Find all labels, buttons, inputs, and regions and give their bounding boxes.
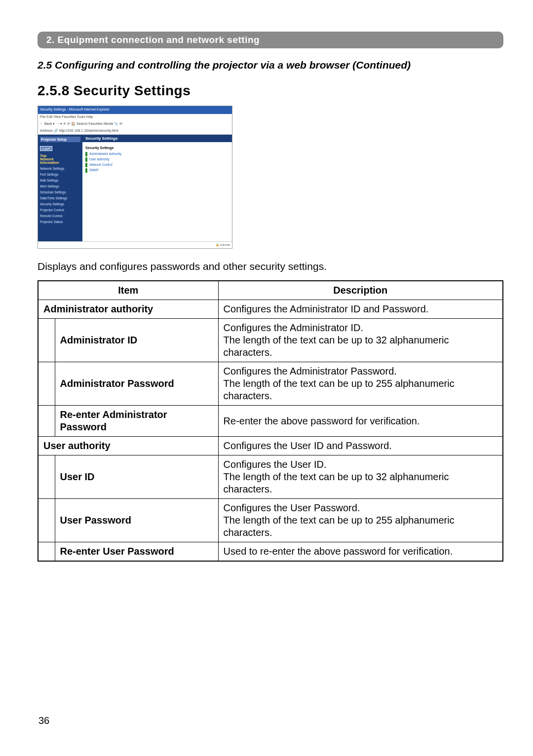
cell-item: Administrator ID bbox=[55, 319, 218, 362]
table-row: User ID Configures the User ID.The lengt… bbox=[38, 455, 503, 499]
table-row: Re-enter Administrator Password Re-enter… bbox=[38, 406, 503, 437]
shot-sec-title: Security Settings bbox=[82, 142, 232, 151]
table-row: User Password Configures the User Passwo… bbox=[38, 499, 503, 542]
indent-cell bbox=[38, 455, 55, 499]
settings-table: Item Description Administrator authority… bbox=[38, 280, 503, 562]
intro-text: Displays and configures passwords and ot… bbox=[38, 261, 503, 272]
chapter-banner: 2. Equipment connection and network sett… bbox=[38, 32, 503, 48]
shot-row: Administrator authority bbox=[89, 152, 121, 156]
shot-nav-item: Port Settings bbox=[40, 173, 80, 176]
shot-information: Information bbox=[40, 161, 80, 164]
shot-nav-item: Date/Time Settings bbox=[40, 196, 80, 200]
cell-item: User Password bbox=[55, 499, 218, 542]
shot-main-header: Security Settings bbox=[82, 135, 232, 142]
shot-logoff: Logoff bbox=[40, 146, 52, 151]
shot-sidebar: Projector Setup Logoff Top: Network Info… bbox=[38, 135, 82, 241]
cell-desc: Configures the Administrator ID.The leng… bbox=[218, 319, 503, 362]
shot-main: Security Settings Security Settings Admi… bbox=[82, 135, 232, 241]
cell-desc: Used to re-enter the above password for … bbox=[218, 542, 503, 562]
cell-item: Administrator authority bbox=[38, 300, 218, 319]
cell-desc: Configures the User ID and Password. bbox=[218, 437, 503, 455]
table-header-row: Item Description bbox=[38, 281, 503, 300]
browser-screenshot: Security Settings - Microsoft Internet E… bbox=[38, 106, 232, 249]
indent-cell bbox=[38, 406, 55, 437]
table-row: Administrator authority Configures the A… bbox=[38, 300, 503, 319]
cell-item: Administrator Password bbox=[55, 362, 218, 406]
shot-addressbar: Address 🔗 http://192.168.1.10/admin/secu… bbox=[38, 128, 232, 135]
cell-desc: Configures the Administrator ID and Pass… bbox=[218, 300, 503, 319]
shot-nav-item: Projector Control bbox=[40, 208, 80, 212]
shot-nav-item: Projector Status bbox=[40, 220, 80, 224]
indent-cell bbox=[38, 319, 55, 362]
shot-menubar: File Edit View Favorites Tools Help bbox=[38, 114, 232, 121]
shot-network: Network bbox=[40, 157, 80, 161]
cell-item: Re-enter User Password bbox=[55, 542, 218, 562]
shot-toolbar: ← Back ▾ → ▾ ✕ ⟳ 🏠 Search Favorites Medi… bbox=[38, 121, 232, 128]
cell-desc: Re-enter the above password for verifica… bbox=[218, 406, 503, 437]
shot-row: SNMP bbox=[89, 168, 99, 173]
cell-desc: Configures the User ID.The length of the… bbox=[218, 455, 503, 499]
shot-titlebar: Security Settings - Microsoft Internet E… bbox=[38, 106, 232, 114]
table-row: Administrator ID Configures the Administ… bbox=[38, 319, 503, 362]
shot-setup-label: Projector Setup bbox=[40, 137, 80, 142]
shot-nav-item: Alert Settings bbox=[40, 185, 80, 188]
indent-cell bbox=[38, 362, 55, 406]
indent-cell bbox=[38, 542, 55, 562]
section-subtitle: 2.5 Configuring and controlling the proj… bbox=[38, 59, 503, 71]
table-row: User authority Configures the User ID an… bbox=[38, 437, 503, 455]
shot-nav-item: Schedule Settings bbox=[40, 190, 80, 194]
shot-row: User authority bbox=[89, 157, 109, 162]
shot-row: Network Control bbox=[89, 163, 113, 167]
shot-nav-item: Mail Settings bbox=[40, 179, 80, 182]
page-number: 36 bbox=[38, 715, 49, 726]
section-heading: 2.5.8 Security Settings bbox=[38, 83, 503, 99]
th-description: Description bbox=[218, 281, 503, 300]
table-row: Administrator Password Configures the Ad… bbox=[38, 362, 503, 406]
table-row: Re-enter User Password Used to re-enter … bbox=[38, 542, 503, 562]
shot-nav-item: Remote Control bbox=[40, 214, 80, 218]
cell-item: User authority bbox=[38, 437, 218, 455]
shot-statusbar: 🔒 Internet bbox=[38, 241, 232, 248]
cell-item: Re-enter Administrator Password bbox=[55, 406, 218, 437]
shot-nav-item: Security Settings bbox=[40, 202, 80, 206]
th-item: Item bbox=[38, 281, 218, 300]
cell-desc: Configures the User Password.The length … bbox=[218, 499, 503, 542]
cell-item: User ID bbox=[55, 455, 218, 499]
cell-desc: Configures the Administrator Password.Th… bbox=[218, 362, 503, 406]
shot-top: Top: bbox=[40, 154, 80, 157]
indent-cell bbox=[38, 499, 55, 542]
shot-nav-item: Network Settings bbox=[40, 167, 80, 170]
